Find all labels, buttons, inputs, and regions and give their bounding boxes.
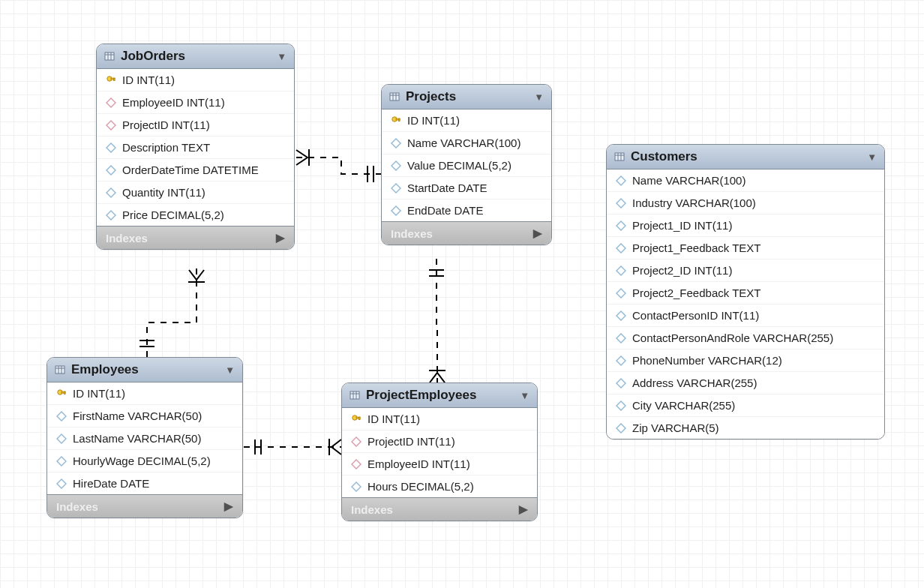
table-icon: [55, 364, 65, 375]
column-row[interactable]: Project2_ID INT(11): [607, 260, 884, 282]
column-row[interactable]: HourlyWage DECIMAL(5,2): [47, 450, 242, 472]
column-icon: [106, 210, 116, 220]
column-row[interactable]: LastName VARCHAR(50): [47, 428, 242, 450]
column-name: Zip VARCHAR(5): [632, 422, 719, 434]
column-row[interactable]: ID INT(11): [47, 382, 242, 405]
indexes-row[interactable]: Indexes ▶: [47, 494, 242, 518]
column-name: Price DECIMAL(5,2): [122, 208, 224, 221]
column-row[interactable]: City VARCHAR(255): [607, 394, 884, 417]
indexes-label: Indexes: [391, 227, 433, 240]
column-name: Project2_Feedback TEXT: [632, 286, 760, 299]
entity-title: JobOrders: [121, 49, 271, 64]
column-name: ID INT(11): [368, 412, 420, 425]
collapse-icon[interactable]: ▼: [277, 51, 286, 62]
column-icon: [106, 142, 116, 153]
column-row[interactable]: Address VARCHAR(255): [607, 372, 884, 394]
column-row[interactable]: Name VARCHAR(100): [382, 132, 551, 154]
entity-header[interactable]: Employees ▼: [47, 358, 242, 382]
svg-rect-12: [105, 52, 114, 60]
column-row[interactable]: Description TEXT: [97, 136, 294, 159]
column-name: Project2_ID INT(11): [632, 264, 732, 277]
column-row[interactable]: EmployeeID INT(11): [97, 92, 294, 114]
column-row[interactable]: ProjectID INT(11): [342, 430, 537, 453]
column-name: ProjectID INT(11): [122, 118, 210, 131]
entity-title: Customers: [631, 149, 861, 164]
svg-rect-26: [615, 153, 624, 160]
column-row[interactable]: Quantity INT(11): [97, 182, 294, 204]
column-row[interactable]: ID INT(11): [382, 110, 551, 132]
column-row[interactable]: Project1_Feedback TEXT: [607, 237, 884, 260]
expand-icon[interactable]: ▶: [533, 226, 542, 240]
column-row[interactable]: ContactPersonAndRole VARCHAR(255): [607, 327, 884, 350]
column-row[interactable]: Hours DECIMAL(5,2): [342, 476, 537, 497]
column-row[interactable]: Project2_Feedback TEXT: [607, 282, 884, 304]
column-icon: [616, 423, 626, 434]
indexes-label: Indexes: [351, 503, 393, 516]
table-icon: [104, 51, 115, 62]
column-name: StartDate DATE: [407, 182, 487, 194]
column-icon: [351, 482, 362, 492]
column-row[interactable]: Project1_ID INT(11): [607, 214, 884, 237]
entity-columns: ID INT(11)FirstName VARCHAR(50)LastName …: [47, 382, 242, 494]
column-icon: [616, 400, 626, 411]
column-name: FirstName VARCHAR(50): [73, 410, 202, 422]
collapse-icon[interactable]: ▼: [534, 92, 544, 103]
column-name: Project1_ID INT(11): [632, 219, 732, 232]
column-row[interactable]: ContactPersonID INT(11): [607, 304, 884, 327]
column-icon: [616, 333, 626, 344]
column-row[interactable]: StartDate DATE: [382, 177, 551, 200]
entity-projectemployees[interactable]: ProjectEmployees ▼ ID INT(11)ProjectID I…: [341, 382, 538, 521]
column-row[interactable]: Price DECIMAL(5,2): [97, 204, 294, 226]
collapse-icon[interactable]: ▼: [225, 364, 235, 376]
column-name: ContactPersonID INT(11): [632, 309, 759, 322]
column-icon: [391, 160, 401, 171]
entity-header[interactable]: Customers ▼: [607, 145, 884, 170]
column-row[interactable]: Industry VARCHAR(100): [607, 192, 884, 214]
entity-header[interactable]: ProjectEmployees ▼: [342, 383, 537, 408]
column-name: ID INT(11): [73, 387, 125, 400]
column-row[interactable]: Name VARCHAR(100): [607, 170, 884, 192]
column-row[interactable]: PhoneNumber VARCHAR(12): [607, 350, 884, 372]
column-row[interactable]: Zip VARCHAR(5): [607, 417, 884, 439]
column-icon: [616, 310, 626, 321]
expand-icon[interactable]: ▶: [224, 500, 233, 513]
column-row[interactable]: ID INT(11): [97, 69, 294, 92]
svg-rect-18: [114, 78, 116, 80]
entity-employees[interactable]: Employees ▼ ID INT(11)FirstName VARCHAR(…: [46, 357, 243, 518]
expand-icon[interactable]: ▶: [519, 502, 528, 516]
entity-columns: Name VARCHAR(100)Industry VARCHAR(100)Pr…: [607, 170, 884, 439]
entity-joborders[interactable]: JobOrders ▼ ID INT(11)EmployeeID INT(11)…: [96, 44, 295, 250]
entity-header[interactable]: Projects ▼: [382, 85, 551, 110]
column-name: OrderDateTime DATETIME: [122, 164, 259, 176]
column-icon: [106, 165, 116, 176]
column-row[interactable]: FirstName VARCHAR(50): [47, 405, 242, 428]
column-row[interactable]: ID INT(11): [342, 408, 537, 430]
indexes-label: Indexes: [106, 232, 148, 244]
column-icon: [56, 434, 67, 444]
entity-header[interactable]: JobOrders ▼: [97, 44, 294, 69]
svg-rect-36: [64, 392, 66, 394]
column-row[interactable]: ProjectID INT(11): [97, 114, 294, 136]
column-name: ProjectID INT(11): [368, 435, 455, 448]
entity-title: ProjectEmployees: [366, 388, 514, 403]
indexes-row[interactable]: Indexes ▶: [97, 226, 294, 249]
column-row[interactable]: HireDate DATE: [47, 472, 242, 494]
entity-customers[interactable]: Customers ▼ Name VARCHAR(100)Industry VA…: [606, 144, 885, 440]
column-icon: [616, 176, 626, 186]
indexes-row[interactable]: Indexes ▶: [382, 221, 551, 244]
column-row[interactable]: EmployeeID INT(11): [342, 453, 537, 476]
entity-projects[interactable]: Projects ▼ ID INT(11)Name VARCHAR(100)Va…: [381, 84, 552, 245]
indexes-label: Indexes: [56, 500, 98, 513]
column-name: LastName VARCHAR(50): [73, 432, 201, 445]
expand-icon[interactable]: ▶: [276, 231, 285, 244]
collapse-icon[interactable]: ▼: [867, 152, 877, 163]
column-row[interactable]: OrderDateTime DATETIME: [97, 159, 294, 182]
column-icon: [391, 138, 401, 148]
column-row[interactable]: Value DECIMAL(5,2): [382, 154, 551, 177]
collapse-icon[interactable]: ▼: [520, 390, 530, 401]
column-row[interactable]: EndDate DATE: [382, 200, 551, 221]
indexes-row[interactable]: Indexes ▶: [342, 497, 537, 520]
table-icon: [350, 390, 360, 400]
svg-rect-30: [56, 366, 64, 374]
entity-columns: ID INT(11)Name VARCHAR(100)Value DECIMAL…: [382, 110, 551, 221]
